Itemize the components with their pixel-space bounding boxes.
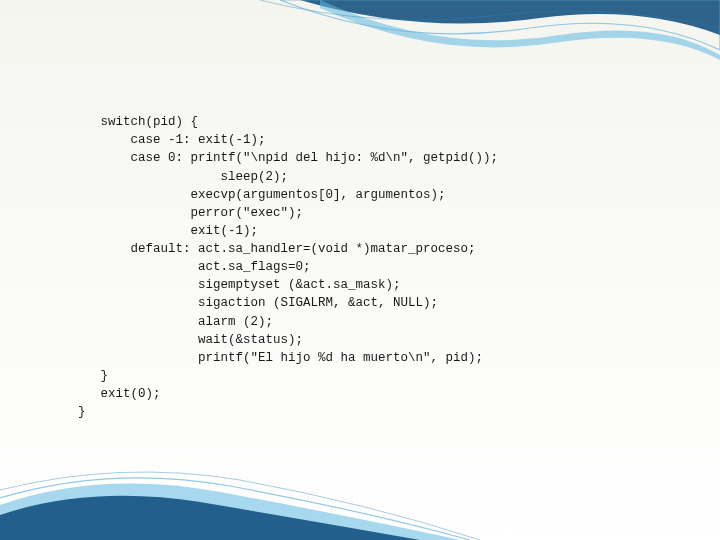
code-line: case 0: printf("\npid del hijo: %d\n", g… xyxy=(78,151,498,165)
code-line: } xyxy=(78,369,108,383)
code-line: switch(pid) { xyxy=(78,115,198,129)
code-line: default: act.sa_handler=(void *)matar_pr… xyxy=(78,242,476,256)
code-line: case -1: exit(-1); xyxy=(78,133,266,147)
code-line: sigemptyset (&act.sa_mask); xyxy=(78,278,401,292)
code-line: sigaction (SIGALRM, &act, NULL); xyxy=(78,296,438,310)
code-line: printf("El hijo %d ha muerto\n", pid); xyxy=(78,351,483,365)
code-line: perror("exec"); xyxy=(78,206,303,220)
decorative-wave-bottom xyxy=(0,450,720,540)
code-block: switch(pid) { case -1: exit(-1); case 0:… xyxy=(78,95,498,421)
code-line: wait(&status); xyxy=(78,333,303,347)
code-line: act.sa_flags=0; xyxy=(78,260,311,274)
code-line: execvp(argumentos[0], argumentos); xyxy=(78,188,446,202)
code-line: sleep(2); xyxy=(78,170,288,184)
code-line: exit(0); xyxy=(78,387,161,401)
decorative-wave-top xyxy=(0,0,720,90)
code-line: } xyxy=(78,405,86,419)
code-line: alarm (2); xyxy=(78,315,273,329)
code-line: exit(-1); xyxy=(78,224,258,238)
